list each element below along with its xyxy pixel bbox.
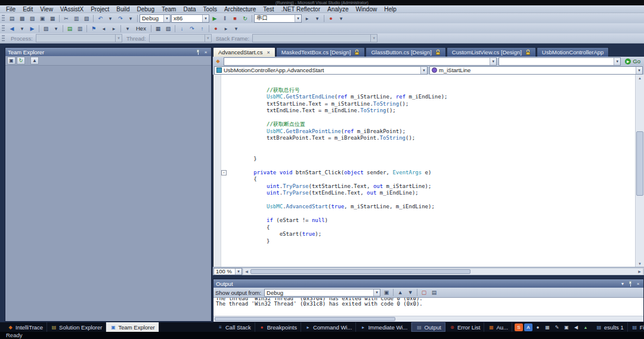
hex-toggle-button[interactable]: Hex — [133, 24, 149, 33]
va-definition-combo[interactable]: ▾ — [499, 57, 621, 66]
menu-team[interactable]: Team — [158, 5, 179, 13]
undo-icon[interactable]: ↶ — [95, 14, 105, 23]
step-out-icon[interactable]: ↑ — [197, 24, 207, 33]
code-line[interactable]: UsbMC.GetBreakPointLine(ref m_iBreakPoin… — [221, 128, 635, 135]
editor-tab-glassbutton-cs-design[interactable]: GlassButton.cs [Design] — [366, 47, 445, 57]
ime-sogou-icon[interactable]: S — [515, 323, 523, 331]
panel-tab-error-list[interactable]: ⊗Error List — [445, 322, 485, 332]
menu-file[interactable]: File — [2, 5, 19, 13]
va-context-combo[interactable]: ▾ — [224, 57, 497, 66]
panel-tab-immediate-wi[interactable]: ▸Immediate Wi... — [356, 322, 411, 332]
menu-view[interactable]: View — [36, 5, 57, 13]
previous-message-icon[interactable]: ▲ — [395, 288, 405, 297]
code-line[interactable] — [221, 115, 635, 122]
vertical-scrollbar[interactable]: ▲ ▼ — [635, 75, 644, 267]
chevron-down-icon[interactable]: ▾ — [202, 15, 209, 22]
vassistx-icon[interactable]: ◆ — [214, 57, 222, 65]
mic-icon[interactable]: ● — [534, 323, 542, 331]
code-line[interactable] — [221, 162, 635, 170]
redo-icon[interactable]: ↷ — [116, 14, 125, 23]
scroll-up-icon[interactable]: ▲ — [636, 75, 644, 81]
cut-icon[interactable]: ✂ — [61, 14, 71, 23]
menu-help[interactable]: Help — [380, 5, 400, 13]
menu-analyze[interactable]: Analyze — [324, 5, 352, 13]
member-combo[interactable]: m_iStartLine ▾ — [429, 66, 643, 75]
chevron-down-icon[interactable]: ▾ — [373, 289, 380, 296]
comment-selection-icon[interactable]: ▤ — [65, 24, 75, 33]
code-line[interactable]: if (eStart != null) — [221, 217, 635, 224]
editor-tab-usbmotioncontrollerapp[interactable]: UsbMotionControllerApp — [537, 47, 609, 57]
next-bookmark-icon[interactable]: ▸ — [109, 24, 119, 33]
panel-tab-solution-explorer[interactable]: ▤Solution Explorer — [47, 322, 106, 332]
open-file-icon[interactable]: ▨ — [27, 14, 37, 23]
toolbar-grip-handle[interactable] — [2, 15, 5, 21]
display-dropdown-icon[interactable]: ▾ — [123, 24, 132, 33]
editor-tab-advancedstart-cs[interactable]: AdvancedStart.cs× — [213, 47, 275, 57]
menu-edit[interactable]: Edit — [19, 5, 36, 13]
navigate-backward-dropdown-icon[interactable]: ▾ — [17, 24, 27, 33]
next-message-icon[interactable]: ▼ — [405, 288, 415, 297]
restart-icon[interactable]: ↻ — [240, 14, 250, 23]
save-icon[interactable]: ▣ — [38, 14, 47, 23]
collapse-toggle-icon[interactable]: - — [221, 170, 227, 175]
chevron-down-icon[interactable]: ▾ — [490, 58, 496, 65]
panel-tab-esults-1[interactable]: ▤esults 1 — [592, 322, 628, 332]
scrollbar-thumb[interactable] — [215, 317, 395, 321]
code-line[interactable] — [221, 142, 635, 149]
keyboard-icon[interactable]: ▦ — [543, 323, 552, 331]
menu-net-reflector[interactable]: .NET Reflector — [278, 5, 324, 13]
platform-combo[interactable]: x86 ▾ — [171, 14, 209, 23]
type-combo[interactable]: UsbMotionControllerApp.AdvancedStart ▾ — [214, 66, 428, 75]
thread-combo[interactable]: ▾ — [149, 34, 212, 42]
uncomment-selection-icon[interactable]: ▥ — [75, 24, 85, 33]
horizontal-scrollbar[interactable]: ◀ ▶ — [243, 268, 643, 275]
go-button[interactable]: ▶ Go — [623, 58, 643, 64]
find-message-icon[interactable]: ▣ — [382, 288, 391, 297]
code-line[interactable]: UsbMC.AdvancedStart(true, m_iStartLine, … — [221, 204, 635, 211]
find-in-files-icon[interactable]: ▨ — [41, 24, 51, 33]
code-line[interactable]: eStart(true); — [221, 231, 635, 238]
chevron-down-icon[interactable]: ▾ — [115, 35, 122, 42]
editor-tab-customlistview-cs-design[interactable]: CustomListView.cs [Design] — [447, 47, 536, 57]
process-combo[interactable]: ▾ — [36, 34, 122, 42]
menu-test[interactable]: Test — [259, 5, 277, 13]
new-project-icon[interactable]: ▤ — [7, 14, 17, 23]
start-debug-icon[interactable]: ▶ — [210, 14, 219, 23]
toggle-word-wrap-icon[interactable]: ▤ — [429, 288, 439, 297]
code-line[interactable]: uint.TryParse(txtEndLine.Text, out m_iEn… — [221, 190, 635, 197]
code-line[interactable] — [221, 80, 635, 87]
toolbar-grip-handle[interactable] — [2, 25, 5, 32]
find-combo[interactable]: 串口 ▾ — [254, 14, 302, 23]
chevron-down-icon[interactable]: ▾ — [295, 15, 301, 22]
handwriting-icon[interactable]: ✎ — [553, 323, 561, 331]
volume-icon[interactable]: ◀ — [572, 323, 580, 331]
paste-icon[interactable]: ▧ — [82, 14, 91, 23]
menu-vassistx[interactable]: VAssistX — [57, 5, 87, 13]
menu-tools[interactable]: Tools — [200, 5, 221, 13]
editor-tab-maskedtextbox-cs-design[interactable]: MaskedTextBox.cs [Design] — [276, 47, 366, 57]
panel-tab-intellitrace[interactable]: ◆IntelliTrace — [4, 322, 47, 332]
find-next-icon[interactable]: ▸ — [302, 14, 312, 23]
scroll-left-icon[interactable]: ◀ — [243, 269, 250, 275]
ime-toolbox-icon[interactable]: ▣ — [562, 323, 571, 331]
editor-toolbar-options-icon[interactable]: ▾ — [231, 24, 241, 33]
ime-mode-icon[interactable]: A — [524, 323, 532, 331]
code-line[interactable]: //获取总行号 — [221, 87, 635, 94]
code-line[interactable]: txtBreakPoint.Text = m_iBreakPoint.ToStr… — [221, 135, 635, 142]
panel-tab-breakpoints[interactable]: ●Breakpoints — [255, 322, 301, 332]
copy-icon[interactable]: ▥ — [72, 14, 81, 23]
chevron-down-icon[interactable]: ▾ — [420, 67, 427, 74]
scrollbar-thumb[interactable] — [636, 131, 643, 196]
clear-all-icon[interactable]: ▢ — [419, 288, 429, 297]
chevron-down-icon[interactable]: ▾ — [370, 35, 377, 42]
pin-icon[interactable] — [628, 281, 633, 286]
code-line[interactable]: //获取断点位置 — [221, 121, 635, 128]
indicator-margin[interactable] — [213, 75, 221, 267]
code-line[interactable]: txtStartLine.Text = m_iStartLine.ToStrin… — [221, 101, 635, 108]
locals-window-icon[interactable]: ▧ — [163, 24, 173, 33]
stack-frame-combo[interactable]: ▾ — [252, 34, 377, 42]
immediate-window-icon[interactable]: ▸ — [221, 24, 231, 33]
previous-bookmark-icon[interactable]: ◂ — [99, 24, 109, 33]
configuration-combo[interactable]: Debug ▾ — [140, 14, 171, 23]
home-icon[interactable]: ▲ — [30, 57, 39, 64]
